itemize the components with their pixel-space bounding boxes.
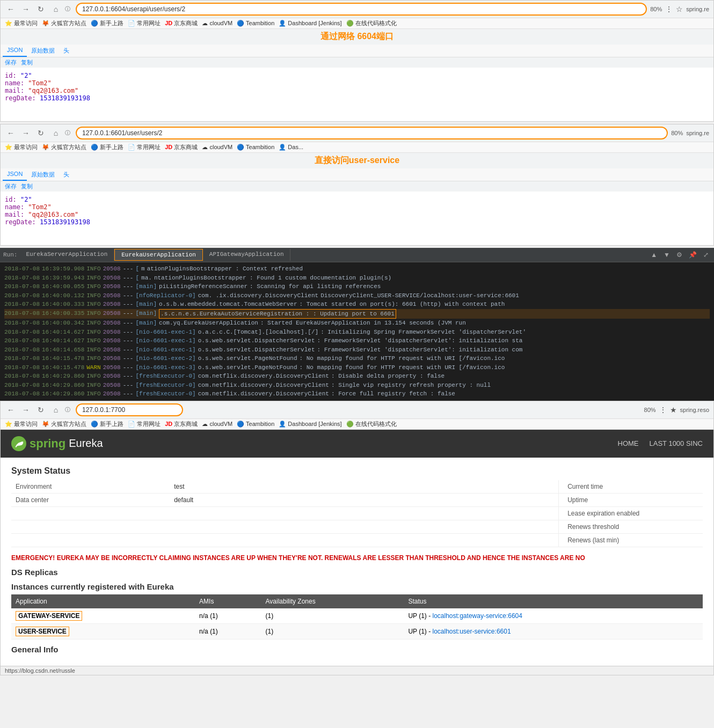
log-bracket: [nio-6601-exec-1] [135,345,195,355]
instance-az: (1) [261,608,404,624]
log-pid: 20508 [103,282,121,291]
bookmark2-teambition[interactable]: 🔵 Teambition [237,144,274,151]
bookmark3-jd[interactable]: JD 京东商城 [165,420,198,428]
log-message: DiscoveryClient_USER-SERVICE/localhost:u… [320,291,519,300]
bookmark2-changyong[interactable]: 📄 常用网址 [128,143,161,151]
bookmark-cloudvm[interactable]: ☁ cloudVM [202,20,232,27]
ide-scroll-up-btn[interactable]: ▲ [649,251,659,259]
bookmark3-teambition[interactable]: 🔵 Teambition [237,421,274,428]
bookmark3-cloudvm[interactable]: ☁ cloudVM [202,421,232,428]
back-button-3[interactable]: ← [5,404,17,416]
bookmark2-xinshou[interactable]: 🔵 新手上路 [91,143,123,151]
back-button-1[interactable]: ← [5,3,17,15]
log-line: 2018-07-08 16:40:00.335 INFO 20508 --- [… [4,309,710,319]
ide-expand-btn[interactable]: ⤢ [701,251,711,259]
ide-tab-eureka-user[interactable]: EurekaUserApplication [114,249,203,261]
bookmark3-changyong[interactable]: 📄 常用网址 [128,420,161,428]
reload-button-1[interactable]: ↻ [35,3,47,15]
star-button-1[interactable]: ☆ [676,5,683,13]
home-button-1[interactable]: ⌂ [50,3,62,15]
json-copy-2[interactable]: 复制 [21,182,33,190]
bookmark-huli[interactable]: 🦊 火狐官方站点 [42,19,86,27]
bookmark-dashboard[interactable]: 👤 Dashboard [Jenkins] [279,20,341,27]
json-tab-json-2[interactable]: JSON [3,170,27,181]
bookmark-jd[interactable]: JD 京东商城 [165,19,198,27]
bookmark-online[interactable]: 🟢 在线代码格式化 [346,19,397,27]
bookmark3-zuichang[interactable]: ⭐ 最常访问 [5,420,38,428]
json-save-2[interactable]: 保存 [5,182,17,190]
forward-button-3[interactable]: → [20,404,32,416]
bookmark-zuichang[interactable]: ⭐ 最常访问 [5,19,38,27]
dc-label: Data center [11,493,170,506]
json-tab-raw-1[interactable]: 原始数据 [27,46,59,57]
log-line: 2018-07-08 16:40:00.055 INFO 20508 --- [… [4,282,710,291]
emergency-text: EMERGENCY! EUREKA MAY BE INCORRECTLY CLA… [11,554,703,563]
bookmark2-cloudvm[interactable]: ☁ cloudVM [202,144,232,151]
eureka-nav-home[interactable]: HOME [618,439,639,447]
url-bar-1[interactable]: 127.0.0.1:6604/userapi/user/users/2 [76,3,647,16]
reload-button-2[interactable]: ↻ [35,127,47,139]
ide-tab-api-gateway[interactable]: APIGatewayApplication [203,249,291,261]
json-tab-headers-1[interactable]: 头 [59,46,74,57]
renews-lastmin-label: Renews (last min) [559,533,703,547]
ide-pin-btn[interactable]: 📌 [687,251,699,259]
log-thread: --- [123,274,134,283]
log-date: 2018-07-08 [4,389,40,399]
ide-log-area[interactable]: 2018-07-08 16:39:59.908 INFO 20508 --- [… [0,262,714,401]
menu-button-1[interactable]: ⋮ [665,5,673,13]
log-pid: 20508 [103,389,121,399]
star-button-3[interactable]: ★ [670,406,677,414]
json-copy-1[interactable]: 复制 [21,58,33,67]
browser-toolbar-1: ← → ↻ ⌂ ⓘ 127.0.0.1:6604/userapi/user/us… [1,1,713,18]
log-line: 2018-07-08 16:40:29.860 INFO 20508 --- [… [4,389,710,399]
json-tab-raw-2[interactable]: 原始数据 [27,170,59,181]
bookmark-xinshou[interactable]: 🔵 新手上路 [91,19,123,27]
url-bar-3[interactable]: 127.0.0.1:7700 [76,403,183,416]
bookmark3-huli[interactable]: 🦊 火狐官方站点 [42,420,86,428]
url-bar-2[interactable]: 127.0.0.1:6601/user/users/2 [76,127,668,139]
bookmark3-xinshou[interactable]: 🔵 新手上路 [91,420,123,428]
json-tab-json-1[interactable]: JSON [3,46,27,57]
log-bracket: [nio-6601-exec-1] [135,328,195,337]
log-date: 2018-07-08 [4,282,40,291]
log-pid: 20508 [103,363,121,372]
forward-button-1[interactable]: → [20,3,32,15]
bookmark2-huli[interactable]: 🦊 火狐官方站点 [42,143,86,151]
bookmark3-dashboard[interactable]: 👤 Dashboard [Jenkins] [279,421,341,428]
log-message: ntationPluginsBootstrapper : Found 1 cus… [154,274,391,283]
bookmark3-online[interactable]: 🟢 在线代码格式化 [346,420,397,428]
log-thread: --- [123,372,134,381]
bookmark-teambition[interactable]: 🔵 Teambition [237,20,274,27]
bookmark2-dashboard[interactable]: 👤 Das... [279,144,303,151]
eureka-nav-last1000[interactable]: LAST 1000 SINC [650,439,703,447]
log-class: o.s.web.servlet.PageNotFound [198,354,297,363]
log-message: : Single vip registry refresh property :… [331,381,491,390]
search-label-2: spring.re [686,130,709,136]
reload-button-3[interactable]: ↻ [35,404,47,416]
ide-settings-btn[interactable]: ⚙ [674,251,684,259]
bookmark-changyong[interactable]: 📄 常用网址 [128,19,161,27]
bookmark2-jd[interactable]: JD 京东商城 [165,143,198,151]
log-message: ationPluginsBootstrapper : Context refre… [147,264,303,274]
forward-button-2[interactable]: → [20,127,32,139]
menu-button-3[interactable]: ⋮ [659,406,667,414]
zoom-level-1: 80% [650,6,662,12]
instance-link[interactable]: localhost:user-service:6601 [433,628,511,635]
ide-tab-eureka-server[interactable]: EurekaServerApplication [19,249,114,261]
zoom-level-3: 80% [644,407,656,413]
back-button-2[interactable]: ← [5,127,17,139]
json-save-1[interactable]: 保存 [5,58,17,67]
log-date: 2018-07-08 [4,274,40,283]
instance-link[interactable]: localhost:gateway-service:6604 [433,612,522,620]
ide-scroll-down-btn[interactable]: ▼ [661,251,672,259]
log-level: INFO [86,336,100,345]
json-tab-headers-2[interactable]: 头 [59,170,74,181]
home-button-3[interactable]: ⌂ [50,404,62,416]
home-button-2[interactable]: ⌂ [50,127,62,139]
bookmark2-zuichang[interactable]: ⭐ 最常访问 [5,143,38,151]
browser-window-2: ← → ↻ ⌂ ⓘ 127.0.0.1:6601/user/users/2 80… [0,124,714,246]
zoom-level-2: 80% [671,130,683,136]
log-time: 16:40:15.478 [42,363,84,372]
log-message: : Tomcat started on port(s): 6601 (http)… [300,300,505,309]
status-row-renews-threshold: Renews threshold [11,520,703,533]
